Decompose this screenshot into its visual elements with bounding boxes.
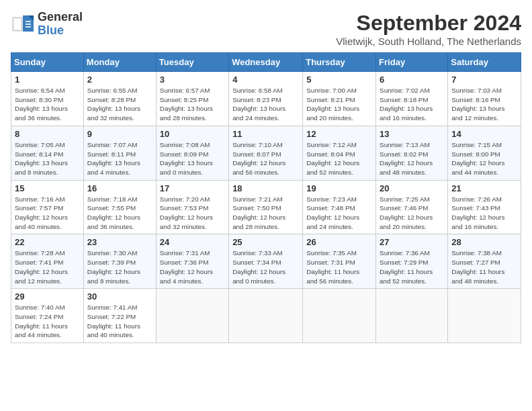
calendar-cell: 24Sunrise: 7:31 AM Sunset: 7:36 PM Dayli… xyxy=(156,234,228,289)
calendar-cell xyxy=(156,289,228,343)
calendar-cell: 8Sunrise: 7:05 AM Sunset: 8:14 PM Daylig… xyxy=(11,126,84,180)
day-info: Sunrise: 6:54 AM Sunset: 8:30 PM Dayligh… xyxy=(15,86,80,123)
day-info: Sunrise: 6:57 AM Sunset: 8:25 PM Dayligh… xyxy=(160,86,225,123)
calendar-cell: 21Sunrise: 7:26 AM Sunset: 7:43 PM Dayli… xyxy=(448,180,521,234)
weekday-header-thursday: Thursday xyxy=(303,53,376,72)
weekday-header-wednesday: Wednesday xyxy=(229,53,303,72)
day-info: Sunrise: 7:12 AM Sunset: 8:04 PM Dayligh… xyxy=(306,140,372,177)
day-number: 27 xyxy=(380,237,444,247)
day-number: 5 xyxy=(306,75,372,85)
day-info: Sunrise: 7:13 AM Sunset: 8:02 PM Dayligh… xyxy=(380,140,444,177)
day-info: Sunrise: 7:10 AM Sunset: 8:07 PM Dayligh… xyxy=(232,140,299,177)
day-info: Sunrise: 7:05 AM Sunset: 8:14 PM Dayligh… xyxy=(15,140,80,177)
day-number: 4 xyxy=(232,75,299,85)
calendar-cell xyxy=(448,289,521,343)
day-number: 22 xyxy=(15,237,80,247)
day-number: 19 xyxy=(306,183,372,193)
day-info: Sunrise: 7:16 AM Sunset: 7:57 PM Dayligh… xyxy=(15,195,80,232)
calendar-cell: 17Sunrise: 7:20 AM Sunset: 7:53 PM Dayli… xyxy=(156,180,228,234)
day-info: Sunrise: 6:55 AM Sunset: 8:28 PM Dayligh… xyxy=(87,86,152,123)
weekday-header-tuesday: Tuesday xyxy=(156,53,228,72)
calendar-cell: 19Sunrise: 7:23 AM Sunset: 7:48 PM Dayli… xyxy=(303,180,376,234)
day-number: 12 xyxy=(306,129,372,139)
svg-rect-6 xyxy=(26,26,31,28)
calendar-table: SundayMondayTuesdayWednesdayThursdayFrid… xyxy=(11,52,521,343)
calendar-cell: 26Sunrise: 7:35 AM Sunset: 7:31 PM Dayli… xyxy=(303,234,376,289)
day-info: Sunrise: 7:33 AM Sunset: 7:34 PM Dayligh… xyxy=(232,248,299,285)
day-info: Sunrise: 7:36 AM Sunset: 7:29 PM Dayligh… xyxy=(380,248,444,285)
day-info: Sunrise: 7:00 AM Sunset: 8:21 PM Dayligh… xyxy=(306,86,372,123)
location: Vlietwijk, South Holland, The Netherland… xyxy=(336,36,521,47)
day-number: 1 xyxy=(15,75,80,85)
calendar-cell xyxy=(229,289,303,343)
day-info: Sunrise: 7:07 AM Sunset: 8:11 PM Dayligh… xyxy=(87,140,152,177)
calendar-cell: 23Sunrise: 7:30 AM Sunset: 7:39 PM Dayli… xyxy=(83,234,156,289)
calendar-cell: 10Sunrise: 7:08 AM Sunset: 8:09 PM Dayli… xyxy=(156,126,228,180)
logo: General Blue xyxy=(11,11,83,38)
day-number: 7 xyxy=(451,75,517,85)
calendar-cell: 22Sunrise: 7:28 AM Sunset: 7:41 PM Dayli… xyxy=(11,234,84,289)
day-info: Sunrise: 7:23 AM Sunset: 7:48 PM Dayligh… xyxy=(306,195,372,232)
calendar-cell: 9Sunrise: 7:07 AM Sunset: 8:11 PM Daylig… xyxy=(83,126,156,180)
day-number: 13 xyxy=(380,129,444,139)
day-number: 24 xyxy=(160,237,225,247)
day-info: Sunrise: 6:58 AM Sunset: 8:23 PM Dayligh… xyxy=(232,86,299,123)
day-info: Sunrise: 7:20 AM Sunset: 7:53 PM Dayligh… xyxy=(160,195,225,232)
calendar-cell: 6Sunrise: 7:02 AM Sunset: 8:18 PM Daylig… xyxy=(376,72,448,126)
calendar-cell: 20Sunrise: 7:25 AM Sunset: 7:46 PM Dayli… xyxy=(376,180,448,234)
day-number: 8 xyxy=(15,129,80,139)
day-number: 9 xyxy=(87,129,152,139)
logo-general: General xyxy=(38,11,83,24)
day-number: 25 xyxy=(232,237,299,247)
day-number: 6 xyxy=(380,75,444,85)
day-info: Sunrise: 7:41 AM Sunset: 7:22 PM Dayligh… xyxy=(87,303,152,340)
calendar-cell: 2Sunrise: 6:55 AM Sunset: 8:28 PM Daylig… xyxy=(83,72,156,126)
svg-rect-1 xyxy=(13,18,21,30)
month-title: September 2024 xyxy=(336,11,521,36)
day-info: Sunrise: 7:21 AM Sunset: 7:50 PM Dayligh… xyxy=(232,195,299,232)
day-number: 14 xyxy=(451,129,517,139)
day-number: 2 xyxy=(87,75,152,85)
day-info: Sunrise: 7:26 AM Sunset: 7:43 PM Dayligh… xyxy=(451,195,517,232)
day-info: Sunrise: 7:03 AM Sunset: 8:16 PM Dayligh… xyxy=(451,86,517,123)
day-number: 30 xyxy=(87,291,152,302)
weekday-header-sunday: Sunday xyxy=(11,53,84,72)
calendar-cell: 18Sunrise: 7:21 AM Sunset: 7:50 PM Dayli… xyxy=(229,180,303,234)
day-number: 21 xyxy=(451,183,517,193)
day-info: Sunrise: 7:18 AM Sunset: 7:55 PM Dayligh… xyxy=(87,195,152,232)
day-info: Sunrise: 7:35 AM Sunset: 7:31 PM Dayligh… xyxy=(306,248,372,285)
calendar-cell: 29Sunrise: 7:40 AM Sunset: 7:24 PM Dayli… xyxy=(11,289,84,343)
day-info: Sunrise: 7:02 AM Sunset: 8:18 PM Dayligh… xyxy=(380,86,444,123)
calendar-cell: 16Sunrise: 7:18 AM Sunset: 7:55 PM Dayli… xyxy=(83,180,156,234)
day-number: 17 xyxy=(160,183,225,193)
day-number: 15 xyxy=(15,183,80,193)
calendar-cell xyxy=(303,289,376,343)
weekday-header-saturday: Saturday xyxy=(448,53,521,72)
svg-rect-5 xyxy=(26,24,31,25)
calendar-cell: 14Sunrise: 7:15 AM Sunset: 8:00 PM Dayli… xyxy=(448,126,521,180)
weekday-header-monday: Monday xyxy=(83,53,156,72)
calendar-cell: 1Sunrise: 6:54 AM Sunset: 8:30 PM Daylig… xyxy=(11,72,84,126)
day-info: Sunrise: 7:28 AM Sunset: 7:41 PM Dayligh… xyxy=(15,248,80,285)
weekday-header-friday: Friday xyxy=(376,53,448,72)
calendar-cell: 27Sunrise: 7:36 AM Sunset: 7:29 PM Dayli… xyxy=(376,234,448,289)
calendar-cell: 3Sunrise: 6:57 AM Sunset: 8:25 PM Daylig… xyxy=(156,72,228,126)
calendar-cell: 15Sunrise: 7:16 AM Sunset: 7:57 PM Dayli… xyxy=(11,180,84,234)
day-info: Sunrise: 7:08 AM Sunset: 8:09 PM Dayligh… xyxy=(160,140,225,177)
calendar-cell: 25Sunrise: 7:33 AM Sunset: 7:34 PM Dayli… xyxy=(229,234,303,289)
svg-rect-4 xyxy=(26,21,31,22)
calendar-cell: 5Sunrise: 7:00 AM Sunset: 8:21 PM Daylig… xyxy=(303,72,376,126)
day-info: Sunrise: 7:30 AM Sunset: 7:39 PM Dayligh… xyxy=(87,248,152,285)
day-number: 20 xyxy=(380,183,444,193)
day-number: 28 xyxy=(451,237,517,247)
calendar-cell: 11Sunrise: 7:10 AM Sunset: 8:07 PM Dayli… xyxy=(229,126,303,180)
calendar-cell: 4Sunrise: 6:58 AM Sunset: 8:23 PM Daylig… xyxy=(229,72,303,126)
page-header: General Blue September 2024 Vlietwijk, S… xyxy=(11,11,521,47)
day-number: 16 xyxy=(87,183,152,193)
day-number: 26 xyxy=(306,237,372,247)
day-info: Sunrise: 7:40 AM Sunset: 7:24 PM Dayligh… xyxy=(15,303,80,340)
calendar-cell: 7Sunrise: 7:03 AM Sunset: 8:16 PM Daylig… xyxy=(448,72,521,126)
day-info: Sunrise: 7:31 AM Sunset: 7:36 PM Dayligh… xyxy=(160,248,225,285)
title-section: September 2024 Vlietwijk, South Holland,… xyxy=(336,11,521,47)
calendar-cell: 13Sunrise: 7:13 AM Sunset: 8:02 PM Dayli… xyxy=(376,126,448,180)
